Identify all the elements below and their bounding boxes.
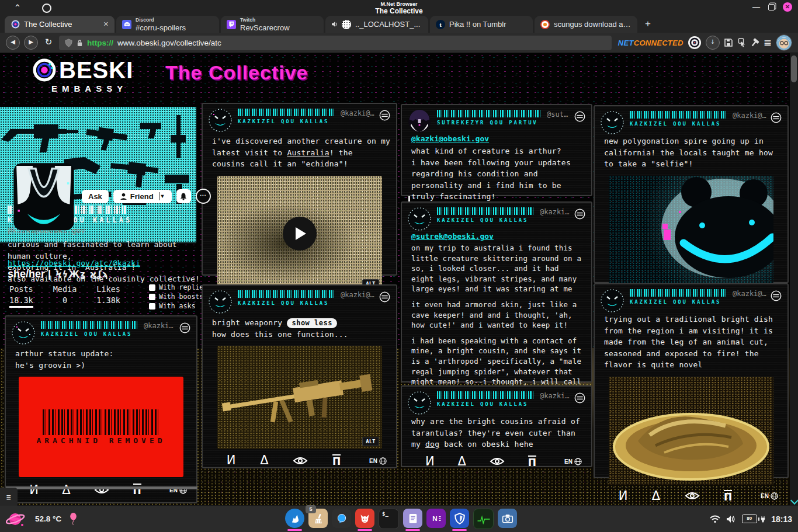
save-icon[interactable] [724, 38, 733, 47]
eye-icon[interactable] [293, 456, 308, 465]
post-meta[interactable]: @kazki@obeski.govAug 2 [341, 291, 376, 299]
eye-extension-icon[interactable] [688, 36, 702, 50]
battery-indicator[interactable]: 80 [742, 514, 766, 523]
post-question[interactable]: @sutrek@obeski.govAug 1 SUTREKEZYR QOU P… [401, 104, 592, 196]
url-bar[interactable]: https:// www.obeski.gov/collective/atc [59, 36, 612, 50]
volume-icon[interactable] [726, 515, 736, 523]
checkbox-icon[interactable] [149, 294, 155, 300]
start-menu-button[interactable] [6, 509, 27, 530]
post-echidna[interactable]: @kazki@obeski.govAug 2 KAZKIZEL QOU KALL… [202, 103, 397, 276]
pin-icon[interactable]: Π [133, 484, 141, 496]
post-weaponry[interactable]: @kazki@obeski.govAug 2 KAZKIZEL QOU KALL… [202, 284, 397, 468]
close-button[interactable]: ✕ [783, 2, 792, 12]
stat-likes[interactable]: Likes1.38k [96, 284, 120, 308]
app-shield[interactable] [450, 509, 469, 528]
reply-to-link[interactable]: @kazki@obeski.gov [411, 134, 585, 143]
scrollbar-thumb[interactable] [791, 55, 797, 82]
stat-posts[interactable]: Posts18.3k [9, 284, 33, 308]
post-author-name[interactable]: SUTREKEZYR QOU PARTUV [437, 120, 571, 126]
checkbox-icon[interactable] [149, 284, 155, 291]
post-dish[interactable]: @kazki@obeski.govJul 29 KAZKIZEL QOU KAL… [594, 283, 789, 478]
tab-twitch[interactable]: Twitch RevScarecrow [221, 16, 324, 33]
post-menu-icon[interactable] [574, 111, 585, 122]
reload-button[interactable]: ↻ [42, 36, 55, 49]
pull-tab-handle[interactable]: ≡ [0, 488, 18, 506]
tab-scungus[interactable]: scungus download at Duc... [535, 16, 637, 33]
tab-localhost[interactable]: .._LOCALHOST_... [325, 16, 428, 33]
weapon-photo[interactable]: ALT [217, 346, 382, 449]
stat-media[interactable]: Media0 [53, 284, 77, 308]
kazki-avatar[interactable] [12, 321, 35, 345]
boost-icon[interactable]: И [619, 490, 628, 502]
shield-icon[interactable] [65, 39, 72, 47]
back-button[interactable]: ◀ [6, 36, 20, 50]
translate-button[interactable]: EN [761, 492, 778, 500]
post-handle[interactable]: @kazki@obeski.gov [144, 322, 176, 330]
friend-button[interactable]: Friend ▼ [113, 190, 172, 203]
like-icon[interactable]: Δ [62, 484, 70, 496]
scroll-down-icon[interactable] [790, 496, 798, 505]
post-tarantulas[interactable]: @kazki@obeski.govJul 31 KAZKIZEL QOU KAL… [401, 385, 592, 467]
like-icon[interactable]: Δ [458, 455, 466, 468]
wifi-icon[interactable] [710, 515, 720, 523]
kazki-avatar[interactable] [209, 109, 232, 132]
taskbar-clock[interactable]: 18:13 [771, 514, 792, 524]
post-menu-icon[interactable] [379, 110, 390, 121]
post-author-name[interactable]: KAZKIZEL QOU KALLAS [238, 300, 376, 306]
translate-button[interactable]: EN [369, 457, 387, 465]
horizontal-scrollbar[interactable] [6, 486, 197, 489]
app-messenger[interactable] [332, 509, 351, 528]
show-less-button[interactable]: show less [287, 318, 337, 328]
app-cleaner[interactable]: 5 [308, 509, 328, 528]
like-icon[interactable]: Δ [652, 490, 660, 502]
filter-with-asks[interactable]: With asks [149, 302, 207, 310]
video-player[interactable]: ALT [217, 176, 382, 291]
post-author-name[interactable]: KAZKIZEL QOU KALLAS [437, 401, 571, 407]
new-tab-button[interactable]: + [645, 18, 651, 30]
forward-button[interactable]: ▶ [24, 36, 38, 50]
post-meta[interactable]: @kazki@obeski.govJul 31 [540, 392, 571, 400]
balloon-icon[interactable] [70, 513, 77, 525]
more-options-button[interactable]: ⋯ [196, 189, 211, 204]
dish-photo[interactable] [609, 377, 773, 485]
restore-button[interactable] [768, 4, 775, 11]
vertical-scrollbar[interactable] [790, 53, 798, 506]
boost-icon[interactable]: И [425, 455, 435, 468]
post-meta[interactable]: @kazki@obeski.govJul 29 [733, 290, 768, 298]
post-author-name[interactable]: KAZKIZEL QOU KALLAS [41, 331, 176, 337]
chevron-down-icon[interactable]: ▼ [160, 193, 165, 199]
profile-avatar[interactable] [9, 162, 78, 233]
tab-tumblr[interactable]: t Pika !! on Tumblr [430, 16, 533, 33]
post-menu-icon[interactable] [379, 291, 390, 302]
app-terminal[interactable]: $_ [379, 509, 399, 529]
pointer-icon[interactable] [737, 38, 746, 47]
eye-icon[interactable] [685, 491, 700, 500]
boost-icon[interactable]: И [29, 484, 39, 496]
inline-link[interactable]: dog [425, 440, 439, 448]
download-button[interactable]: ↓ [706, 36, 720, 50]
kazki-avatar[interactable] [408, 207, 431, 231]
post-arthur-reply[interactable]: @kazki@obeski.govAug 1 KAZKIZEL QOU KALL… [401, 201, 592, 383]
tab-discord[interactable]: Discord #corru-spoilers [116, 16, 219, 33]
tab-the-collective[interactable]: The Collective ✕ [5, 16, 115, 33]
minimize-button[interactable]: — [752, 4, 760, 10]
kazki-avatar[interactable] [601, 289, 624, 312]
post-author-name[interactable]: KAZKIZEL QOU KALLAS [630, 121, 768, 127]
boost-icon[interactable]: И [227, 454, 236, 467]
post-meta[interactable]: @kazki@obeski.govAug 2 [341, 109, 376, 117]
app-gimp[interactable] [355, 509, 374, 528]
alt-badge[interactable]: ALT [362, 437, 379, 446]
app-onenote[interactable]: N [426, 509, 446, 528]
browser-menu-icon[interactable]: ≡ [764, 37, 772, 48]
eye-icon[interactable] [490, 457, 505, 466]
tools-hammer-icon[interactable] [750, 38, 759, 47]
filter-with-replies[interactable]: With replies [149, 283, 207, 291]
like-icon[interactable]: Δ [260, 454, 268, 467]
post-author-name[interactable]: KAZKIZEL QOU KALLAS [437, 217, 571, 223]
post-meta[interactable]: @sutrek@obeski.govAug 1 [547, 110, 571, 119]
post-meta[interactable]: @kazki@obeski.govAug 1 [540, 208, 571, 216]
removed-media[interactable]: ARACHNID REMOVED [19, 377, 183, 477]
post-author-name[interactable]: KAZKIZEL QOU KALLAS [238, 119, 376, 124]
kazki-avatar[interactable] [601, 111, 624, 134]
post-author-name[interactable]: KAZKIZEL QOU KALLAS [630, 299, 768, 305]
